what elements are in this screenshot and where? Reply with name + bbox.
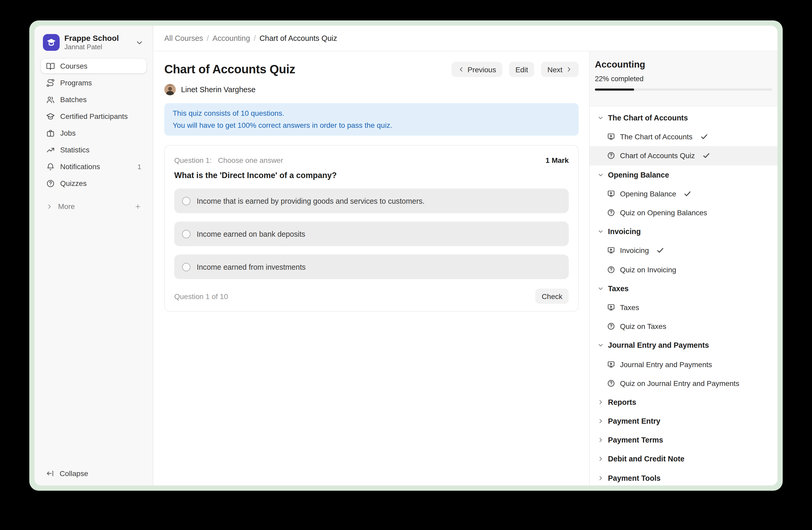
sidebar-item-courses[interactable]: Courses: [41, 59, 146, 73]
chevron-down-icon: [597, 285, 604, 292]
author-row: Linet Sherin Varghese: [164, 84, 579, 95]
lesson-quiz-on-opening-balances[interactable]: Quiz on Opening Balances: [590, 203, 778, 222]
lesson-quiz-on-invoicing[interactable]: Quiz on Invoicing: [590, 260, 778, 279]
sidebar-item-programs[interactable]: Programs: [41, 75, 146, 90]
lesson-the-chart-of-accounts[interactable]: The Chart of Accounts: [590, 127, 778, 146]
answer-option-3[interactable]: Income earned from investments: [174, 254, 569, 279]
plus-icon[interactable]: [134, 203, 141, 210]
notice-line-1: This quiz consists of 10 questions.: [173, 107, 570, 120]
answer-option-2[interactable]: Income earned on bank deposits: [174, 222, 569, 246]
graduation-cap-icon: [46, 112, 55, 121]
chevron-down-icon: [597, 115, 604, 121]
breadcrumb-separator: /: [207, 34, 209, 42]
quiz-page: Chart of Accounts Quiz Previous Edit Nex…: [153, 51, 589, 486]
chapter-payment-tools[interactable]: Payment Tools: [590, 469, 778, 486]
sidebar-item-more[interactable]: More: [41, 199, 146, 214]
chapter-payment-terms[interactable]: Payment Terms: [590, 431, 778, 449]
video-lesson-icon: [607, 303, 615, 311]
breadcrumb-all-courses[interactable]: All Courses: [164, 34, 203, 42]
answer-option-label: Income earned from investments: [197, 263, 306, 271]
chevron-right-icon: [46, 203, 53, 210]
edit-button[interactable]: Edit: [509, 62, 534, 77]
chapter-journal-entry-and-payments[interactable]: Journal Entry and Payments: [590, 336, 778, 355]
user-name: Jannat Patel: [64, 43, 119, 51]
course-progress-fill: [595, 88, 634, 90]
lesson-quiz-on-journal-entry-and-payments[interactable]: Quiz on Journal Entry and Payments: [590, 374, 778, 392]
sidebar-item-label: Courses: [60, 62, 87, 70]
sidebar-item-label: Notifications: [60, 162, 100, 171]
quiz-lesson-icon: [607, 322, 615, 331]
lesson-opening-balance[interactable]: Opening Balance: [590, 184, 778, 203]
chevron-right-icon: [597, 475, 604, 481]
users-icon: [46, 95, 55, 104]
video-lesson-icon: [607, 190, 615, 198]
bell-icon: [46, 162, 55, 171]
sidebar-item-jobs[interactable]: Jobs: [41, 126, 146, 140]
breadcrumb-accounting[interactable]: Accounting: [213, 34, 250, 42]
quiz-lesson-icon: [607, 208, 615, 217]
lesson-quiz-on-taxes[interactable]: Quiz on Taxes: [590, 317, 778, 336]
author-avatar: [164, 84, 176, 95]
sidebar-item-label: Jobs: [60, 129, 76, 137]
sidebar-collapse-button[interactable]: Collapse: [41, 466, 146, 481]
route-icon: [46, 78, 55, 87]
frappe-school-app: Frappe School Jannat Patel Courses Progr…: [34, 26, 778, 486]
content-region: All Courses/Accounting/Chart of Accounts…: [153, 26, 778, 486]
sidebar-item-label: Statistics: [60, 145, 89, 154]
chevron-down-icon: [597, 171, 604, 178]
course-progress-bar: [595, 88, 772, 90]
chapter-payment-entry[interactable]: Payment Entry: [590, 412, 778, 431]
notice-line-2: You will have to get 100% correct answer…: [173, 120, 570, 131]
completed-check-icon: [702, 152, 710, 160]
sidebar-item-statistics[interactable]: Statistics: [41, 142, 146, 157]
lesson-taxes[interactable]: Taxes: [590, 298, 778, 317]
completed-check-icon: [700, 133, 708, 141]
answer-option-1[interactable]: Income that is earned by providing goods…: [174, 189, 569, 213]
chapter-the-chart-of-accounts[interactable]: The Chart of Accounts: [590, 108, 778, 127]
chapter-opening-balance[interactable]: Opening Balance: [590, 165, 778, 184]
previous-button[interactable]: Previous: [451, 62, 502, 77]
book-open-icon: [46, 61, 55, 70]
course-outline-panel: Accounting 22% completed The Chart of Ac…: [589, 51, 778, 486]
check-button[interactable]: Check: [536, 289, 569, 304]
course-outline: The Chart of Accounts The Chart of Accou…: [590, 106, 778, 486]
question-text: What is the 'Direct Income' of a company…: [174, 171, 569, 180]
lesson-journal-entry-and-payments[interactable]: Journal Entry and Payments: [590, 355, 778, 374]
sidebar-item-notifications[interactable]: Notifications 1: [41, 159, 146, 174]
breadcrumb-bar: All Courses/Accounting/Chart of Accounts…: [153, 26, 778, 51]
radio-icon[interactable]: [182, 263, 190, 271]
sidebar-more-label: More: [58, 202, 75, 211]
briefcase-icon: [46, 128, 55, 138]
lesson-chart-of-accounts-quiz[interactable]: Chart of Accounts Quiz: [590, 147, 778, 165]
notifications-count-badge: 1: [137, 163, 141, 170]
collapse-sidebar-icon: [46, 469, 54, 478]
page-title: Chart of Accounts Quiz: [164, 62, 451, 76]
quiz-lesson-icon: [607, 265, 615, 274]
sidebar-item-quizzes[interactable]: Quizzes: [41, 176, 146, 191]
question-instruction: Choose one answer: [218, 156, 283, 165]
chapter-taxes[interactable]: Taxes: [590, 279, 778, 298]
breadcrumb: All Courses/Accounting/Chart of Accounts…: [164, 34, 337, 42]
chevron-right-icon: [597, 399, 604, 405]
question-marks: 1 Mark: [546, 156, 569, 165]
sidebar-item-batches[interactable]: Batches: [41, 92, 146, 107]
video-lesson-icon: [607, 133, 615, 141]
chevron-down-icon: [135, 39, 143, 46]
chevron-right-icon: [566, 66, 572, 73]
chevron-right-icon: [597, 437, 604, 443]
answer-option-label: Income earned on bank deposits: [197, 229, 305, 238]
radio-icon[interactable]: [182, 229, 190, 238]
radio-icon[interactable]: [182, 197, 190, 205]
quiz-lesson-icon: [607, 379, 615, 387]
chapter-invoicing[interactable]: Invoicing: [590, 222, 778, 241]
question-number-label: Question 1:: [174, 156, 212, 165]
chapter-reports[interactable]: Reports: [590, 393, 778, 412]
lesson-invoicing[interactable]: Invoicing: [590, 241, 778, 260]
next-button[interactable]: Next: [541, 62, 579, 77]
school-name: Frappe School: [64, 33, 119, 43]
school-switcher-labels: Frappe School Jannat Patel: [64, 33, 119, 51]
sidebar-item-certified-participants[interactable]: Certified Participants: [41, 109, 146, 124]
school-switcher[interactable]: Frappe School Jannat Patel: [34, 26, 153, 51]
chevron-down-icon: [597, 228, 604, 235]
chapter-debit-and-credit-note[interactable]: Debit and Credit Note: [590, 450, 778, 469]
